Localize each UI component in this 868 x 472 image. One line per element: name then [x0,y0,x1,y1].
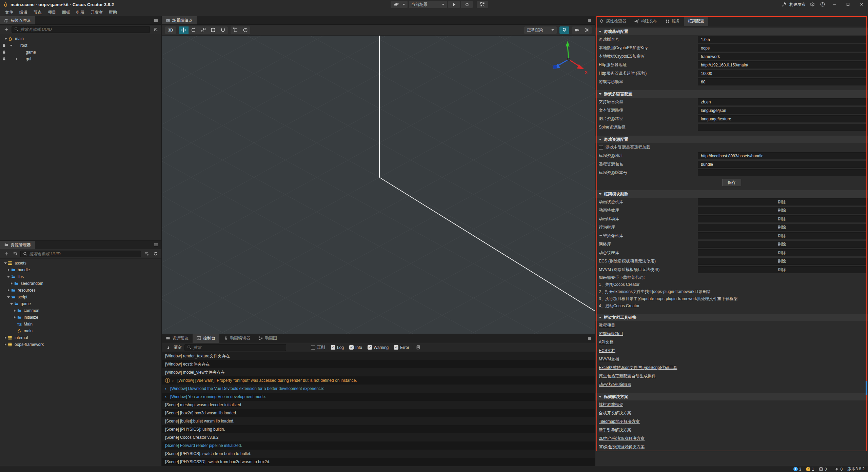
link-API文档[interactable]: API文档 [595,338,868,347]
hierarchy-search-input[interactable] [20,27,147,32]
log-row[interactable]: [Scene] Cocos Creator v3.8.2 [162,433,595,441]
chevron-right-icon[interactable] [12,316,17,319]
field-input-游戏版本号[interactable] [698,36,866,43]
tab-scene-editor[interactable]: 场景编辑器 [162,16,197,24]
camera-button[interactable] [572,26,582,34]
tree-item-seedrandom[interactable]: seedrandom [0,280,161,287]
field-input-文本资源路径[interactable] [698,107,866,114]
tree-item-Main[interactable]: TSMain [0,321,161,328]
preview-target-button[interactable] [391,1,408,8]
log-row[interactable]: [Scene] [bullet]:bullet wasm lib loaded. [162,417,595,425]
checkbox-box[interactable]: ✓ [368,345,372,350]
hierarchy-menu-icon[interactable] [151,16,161,24]
tree-item-assets[interactable]: assets [0,260,161,267]
console-menu-icon[interactable] [584,334,595,343]
link-新手引导解决方案[interactable]: 新手引导解决方案 [595,426,868,434]
console-search[interactable] [184,344,286,351]
inspector-scrollbar[interactable] [866,381,867,395]
log-row[interactable]: [Scene] meshopt wasm decoder initialized [162,401,595,409]
tree-item-script[interactable]: script [0,294,161,300]
checkbox-box[interactable]: ✓ [349,345,354,350]
filter-warning-checkbox[interactable]: ✓Warning [368,345,389,350]
expand-arrow-icon[interactable]: › [165,394,168,399]
tree-item-internal[interactable]: internal [0,334,161,341]
menu-面板[interactable]: 面板 [59,9,73,16]
rotate-tool-button[interactable] [189,26,198,34]
link-MVVM文档[interactable]: MVVM文档 [595,355,868,363]
tree-item-game[interactable]: game [0,49,161,56]
field-input-本地数据CryptoES加密Key[interactable] [698,44,866,52]
field-input-游戏每秒帧率[interactable] [698,78,866,85]
remove-button-动画状态机库[interactable]: 剔除 [698,198,866,205]
remove-button-三维摄像机库[interactable]: 剔除 [698,232,866,239]
tree-item-main[interactable]: main [0,328,161,334]
filter-error-checkbox[interactable]: ✓Error [394,345,409,350]
log-row[interactable]: ›[Window] You are running Vue in develop… [162,393,595,401]
assets-refresh-icon[interactable] [152,251,159,257]
section-header-框架文档工具链接[interactable]: 框架文档工具链接 [595,314,868,321]
tab-动画编辑器[interactable]: 动画编辑器 [219,334,254,343]
tab-动画图[interactable]: 动画图 [254,334,281,343]
console-clear-button[interactable]: 清空 [165,344,182,351]
add-asset-button[interactable] [3,251,9,257]
chevron-down-icon[interactable] [3,38,8,40]
chevron-right-icon[interactable] [12,309,17,312]
package-icon[interactable] [809,1,816,8]
menu-扩展[interactable]: 扩展 [73,9,87,16]
status-warning-count[interactable]: ! 1 [806,467,814,472]
preview-qr-button[interactable] [477,1,488,8]
build-publish-button[interactable]: 构建发布 [781,1,806,8]
remove-button-网络库[interactable]: 剔除 [698,241,866,248]
log-row[interactable]: [Window] render_texture文件夹存在 [162,352,595,360]
scene-viewport[interactable]: x [162,36,595,334]
chevron-down-icon[interactable] [3,262,8,264]
section-header-游戏多语言配置[interactable]: 游戏多语言配置 [595,90,868,98]
link-ECS文档[interactable]: ECS文档 [595,347,868,355]
rect-tool-button[interactable] [208,26,218,34]
remove-button-ECS (剔除后模板项目无法使用)[interactable]: 剔除 [698,258,866,265]
remove-button-MVVM (剔除后模板项目无法使用)[interactable]: 剔除 [698,266,866,273]
remote-load-checkbox-row[interactable]: 游戏中资源是否远程加载 [595,143,868,152]
log-row[interactable]: !›[Window] [Vue warn]: Property "onInput… [162,376,595,385]
collapse-all-icon[interactable] [12,251,18,257]
regex-checkbox-box[interactable] [311,345,315,350]
menu-帮助[interactable]: 帮助 [106,9,120,16]
link-战棋游戏框架[interactable]: 战棋游戏框架 [595,400,868,409]
checkbox-box[interactable]: ✓ [331,345,335,350]
link-全栈开发解决方案[interactable]: 全栈开发解决方案 [595,409,868,417]
regex-checkbox[interactable]: 正则 [311,345,325,350]
chevron-down-icon[interactable] [6,276,11,278]
assets-search-input[interactable] [29,252,139,256]
link-2D角色扮演游戏解决方案[interactable]: 2D角色扮演游戏解决方案 [595,434,868,443]
chevron-right-icon[interactable] [14,58,19,60]
tab-构建发布[interactable]: 构建发布 [630,16,661,26]
console-log-list[interactable]: [Window] render_texture文件夹存在[Window] ecs… [162,352,595,466]
status-error-count[interactable]: × 0 [819,467,827,472]
field-input-Http服务器请求超时 (毫秒)[interactable] [698,70,866,77]
lighting-toggle[interactable] [559,26,569,34]
checkbox-box[interactable] [599,145,603,150]
render-mode-select[interactable]: 正常渲染 [524,26,557,34]
tree-item-libs[interactable]: libs [0,273,161,280]
section-header-游戏基础配置[interactable]: 游戏基础配置 [595,28,868,35]
section-header-游戏资源配置[interactable]: 游戏资源配置 [595,136,868,143]
expand-arrow-icon[interactable]: › [165,386,168,391]
remove-button-动态纹理库[interactable]: 剔除 [698,249,866,256]
link-原生包热更新配置自动生成插件[interactable]: 原生包热更新配置自动生成插件 [595,372,868,380]
remove-button-行为树库[interactable]: 剔除 [698,224,866,231]
section-header-框架模块剔除[interactable]: 框架模块剔除 [595,190,868,198]
field-input-Http服务器地址[interactable] [698,61,866,68]
chevron-down-icon[interactable] [9,303,14,305]
chevron-right-icon[interactable] [6,289,11,292]
chevron-down-icon[interactable] [6,296,11,298]
link-动画状态机编辑器[interactable]: 动画状态机编辑器 [595,380,868,389]
transform-tool-button[interactable] [218,26,228,34]
save-button[interactable]: 保存 [722,179,741,186]
console-search-input[interactable] [193,345,284,350]
tree-item-initialize[interactable]: initialize [0,314,161,321]
axis-gizmo[interactable]: x [548,38,589,79]
scene-menu-icon[interactable] [584,16,595,24]
close-button[interactable] [856,0,867,9]
field-input-Spine资源路径[interactable] [698,124,866,131]
menu-项目[interactable]: 项目 [45,9,59,16]
